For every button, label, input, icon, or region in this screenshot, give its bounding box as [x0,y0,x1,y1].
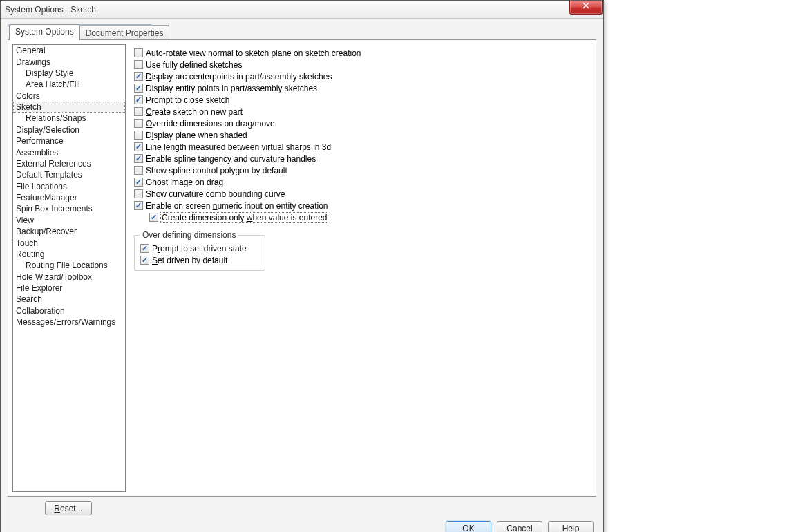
tab-strip: System Options Document Properties [9,24,169,40]
checkbox-label: Create dimension only when value is ente… [161,213,328,222]
checkbox-label: Show curvature comb bounding curve [146,189,285,199]
nav-item-messages-errors-warnings[interactable]: Messages/Errors/Warnings [13,316,125,327]
dialog-buttons: OK Cancel Help [8,515,596,532]
nav-category-list: GeneralDrawingsDisplay StyleArea Hatch/F… [12,44,126,492]
opt-display-plane[interactable]: Display plane when shaded [134,129,589,141]
checkbox-label: Prompt to close sketch [146,95,229,105]
nav-item-file-locations[interactable]: File Locations [13,181,125,192]
tab-document-properties[interactable]: Document Properties [79,25,170,41]
opt-curvature-comb[interactable]: Show curvature comb bounding curve [134,188,589,200]
nav-item-default-templates[interactable]: Default Templates [13,169,125,180]
checkbox[interactable] [134,48,143,57]
nav-item-touch[interactable]: Touch [13,237,125,248]
nav-item-file-explorer[interactable]: File Explorer [13,283,125,294]
nav-item-spin-box-increments[interactable]: Spin Box Increments [13,203,125,214]
checkbox[interactable] [134,131,143,140]
nav-item-view[interactable]: View [13,215,125,226]
checkbox[interactable] [140,244,149,253]
tab-system-options[interactable]: System Options [9,24,80,40]
help-button[interactable]: Help [548,521,594,532]
checkbox-label: Prompt to set driven state [152,244,247,254]
dialog-body: System Options Document Properties Gener… [1,19,603,532]
over-defining-dimensions-group: Over defining dimensions Prompt to set d… [134,230,265,271]
checkbox-label: Display arc centerpoints in part/assembl… [146,72,332,82]
nav-item-routing-file-locations[interactable]: Routing File Locations [13,260,125,271]
checkbox[interactable] [134,95,143,104]
options-panel: Auto-rotate view normal to sketch plane … [130,40,596,496]
nav-item-general[interactable]: General [13,45,125,56]
nav-item-hole-wizard-toolbox[interactable]: Hole Wizard/Toolbox [13,272,125,283]
opt-create-dim-value[interactable]: Create dimension only when value is ente… [134,211,589,223]
nav-item-drawings[interactable]: Drawings [13,56,125,67]
tab-label: Document Properties [86,28,164,38]
nav-item-sketch[interactable]: Sketch [13,102,125,113]
opt-entity-points[interactable]: Display entity points in part/assembly s… [134,82,589,94]
tab-search-row: System Options Document Properties [8,24,596,39]
checkbox-label: Auto-rotate view normal to sketch plane … [146,48,361,58]
nav-item-backup-recover[interactable]: Backup/Recover [13,226,125,237]
checkbox-label: Set driven by default [152,256,227,265]
opt-arc-centerpoints[interactable]: Display arc centerpoints in part/assembl… [134,70,589,82]
nav-item-routing[interactable]: Routing [13,249,125,260]
checkbox[interactable] [134,166,143,175]
titlebar: System Options - Sketch [1,1,603,19]
checkbox[interactable] [134,154,143,163]
checkbox[interactable] [149,213,158,222]
checkbox-label: Override dimensions on drag/move [146,119,275,129]
group-legend: Over defining dimensions [140,230,238,240]
checkbox[interactable] [134,189,143,198]
checkbox[interactable] [140,256,149,265]
checkbox[interactable] [134,84,143,93]
close-icon [582,2,589,9]
window-title: System Options - Sketch [5,5,96,15]
checkbox-label: Enable spline tangency and curvature han… [146,154,316,164]
checkbox-label: Use fully defined sketches [146,60,242,70]
nav-item-relations-snaps[interactable]: Relations/Snaps [13,113,125,124]
opt-spline-handles[interactable]: Enable spline tangency and curvature han… [134,153,589,164]
checkbox[interactable] [134,201,143,210]
checkbox-label: Enable on screen numeric input on entity… [146,201,328,211]
close-button[interactable] [569,1,603,15]
checkbox[interactable] [134,178,143,187]
nav-item-featuremanager[interactable]: FeatureManager [13,192,125,203]
dialog-window: System Options - Sketch System Options D… [0,0,604,532]
nav-item-performance[interactable]: Performance [13,135,125,146]
nav-item-assemblies[interactable]: Assemblies [13,146,125,158]
reset-row: Reset... [8,501,596,515]
nav-item-colors[interactable]: Colors [13,91,125,102]
checkbox-label: Display entity points in part/assembly s… [146,84,317,93]
opt-override-dims[interactable]: Override dimensions on drag/move [134,117,589,129]
opt-auto-rotate[interactable]: Auto-rotate view normal to sketch plane … [134,47,589,59]
checkbox-label: Display plane when shaded [146,131,247,140]
checkbox-label: Line length measured between virtual sha… [146,142,331,152]
opt-create-new-part[interactable]: Create sketch on new part [134,106,589,117]
opt-fully-defined[interactable]: Use fully defined sketches [134,59,589,70]
checkbox-label: Ghost image on drag [146,178,223,187]
content-area: GeneralDrawingsDisplay StyleArea Hatch/F… [8,39,596,497]
opt-prompt-driven[interactable]: Prompt to set driven state [140,243,259,254]
ok-button[interactable]: OK [446,521,491,532]
checkbox[interactable] [134,72,143,81]
opt-spline-polygon[interactable]: Show spline control polygon by default [134,164,589,176]
checkbox[interactable] [134,142,143,151]
opt-set-driven-default[interactable]: Set driven by default [140,254,259,266]
tab-label: System Options [15,27,74,37]
opt-ghost-image[interactable]: Ghost image on drag [134,176,589,188]
nav-item-area-hatch-fill[interactable]: Area Hatch/Fill [13,79,125,90]
reset-button[interactable]: Reset... [45,501,92,515]
opt-prompt-close[interactable]: Prompt to close sketch [134,94,589,106]
opt-numeric-input[interactable]: Enable on screen numeric input on entity… [134,200,589,211]
checkbox-label: Show spline control polygon by default [146,166,287,175]
checkbox[interactable] [134,60,143,69]
cancel-button[interactable]: Cancel [497,521,542,532]
checkbox[interactable] [134,107,143,116]
nav-item-collaboration[interactable]: Collaboration [13,305,125,316]
opt-line-length-3d[interactable]: Line length measured between virtual sha… [134,141,589,153]
nav-item-external-references[interactable]: External References [13,158,125,169]
checkbox[interactable] [134,119,143,128]
nav-item-display-style[interactable]: Display Style [13,68,125,79]
nav-item-search[interactable]: Search [13,294,125,305]
nav-item-display-selection[interactable]: Display/Selection [13,124,125,135]
checkbox-label: Create sketch on new part [146,107,243,117]
